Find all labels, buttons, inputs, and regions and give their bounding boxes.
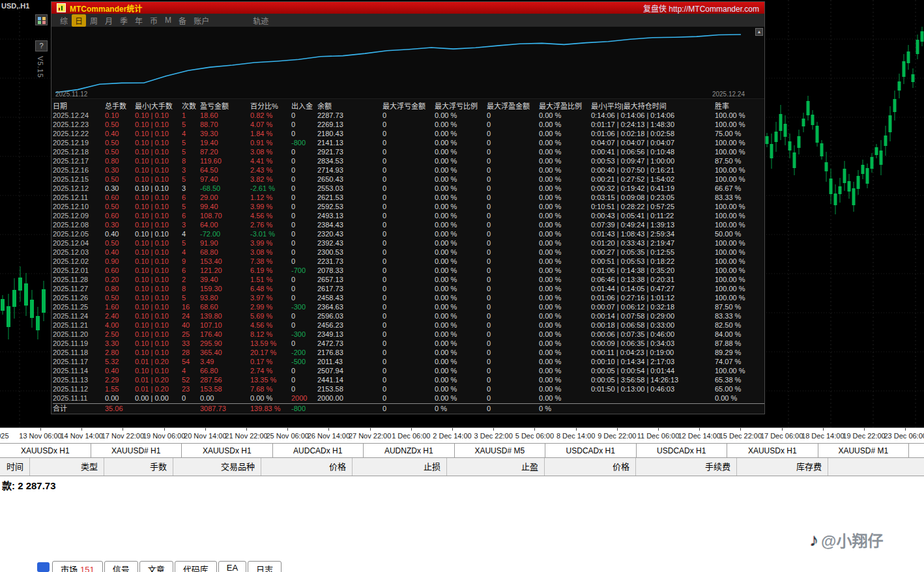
trade-column-8[interactable]: 价格 <box>545 458 636 476</box>
terminal-tab-3[interactable]: 文章 <box>139 561 173 572</box>
chart-tab-1[interactable]: XAUUSDx H1 <box>0 444 91 457</box>
menu-item-1[interactable]: 综 <box>57 14 71 27</box>
brand-link[interactable]: 复盘侠 http://MTCommander.com <box>643 3 759 14</box>
menu-item-6[interactable]: 年 <box>132 14 146 27</box>
cell-max_float_profit: 0 <box>487 357 539 366</box>
table-row[interactable]: 2025.12.180.500.10 | 0.10587.203.08 %029… <box>53 147 764 156</box>
version-label: V5.15 <box>36 56 44 78</box>
table-row[interactable]: 2025.11.260.500.10 | 0.10593.803.97 %024… <box>53 293 764 302</box>
table-row[interactable]: 2025.12.160.300.10 | 0.10364.502.43 %027… <box>53 165 764 175</box>
app-tab-icon[interactable] <box>37 562 50 572</box>
table-row[interactable]: 2025.12.040.500.10 | 0.10591.903.99 %023… <box>53 238 764 248</box>
trade-column-4[interactable]: 交易品种 <box>173 458 261 476</box>
table-row[interactable]: 2025.11.182.800.10 | 0.1028365.4020.17 %… <box>53 348 764 357</box>
table-row[interactable]: 2025.12.050.400.10 | 0.104-72.00-3.01 %0… <box>53 229 764 238</box>
trade-column-6[interactable]: 止损 <box>353 458 447 476</box>
trade-column-7[interactable]: 止盈 <box>447 458 545 476</box>
cell-count: 16 <box>182 302 200 311</box>
trade-column-5[interactable]: 价格 <box>261 458 353 476</box>
chart-tab-2[interactable]: XAUUSD# H1 <box>91 444 182 457</box>
cell-max_float_profit_pct: 0.00 % <box>539 111 591 120</box>
table-row[interactable]: 2025.12.010.600.10 | 0.106121.206.19 %-7… <box>53 266 764 275</box>
cell-pct: 0.82 % <box>250 111 291 120</box>
table-row[interactable]: 2025.12.090.600.10 | 0.106108.704.56 %02… <box>53 211 764 220</box>
table-row[interactable]: 2025.12.030.400.10 | 0.10468.803.08 %023… <box>53 248 764 257</box>
table-row[interactable]: 2025.11.214.000.10 | 0.1040107.104.56 %0… <box>53 321 764 330</box>
table-row[interactable]: 2025.11.110.000.00 | 0.0000.000.00 %2000… <box>53 393 764 403</box>
menu-item-2[interactable]: 日 <box>72 14 86 27</box>
table-row[interactable]: 2025.12.150.500.10 | 0.10597.403.82 %026… <box>53 175 764 184</box>
menu-item-7[interactable]: 币 <box>147 14 161 27</box>
cell-max_float_loss_pct: 0.00 % <box>435 165 487 175</box>
table-row[interactable]: 2025.11.175.320.01 | 0.20543.490.17 %-50… <box>53 357 764 366</box>
menu-item-5[interactable]: 季 <box>117 14 131 27</box>
table-row[interactable]: 2025.12.170.800.10 | 0.108119.604.41 %02… <box>53 156 764 165</box>
time-axis-label: 21 Nov 22:00 <box>225 432 267 440</box>
table-row[interactable]: 2025.12.100.500.10 | 0.10599.403.99 %025… <box>53 202 764 211</box>
table-row[interactable]: 2025.12.190.500.10 | 0.10519.400.91 %-80… <box>53 138 764 147</box>
table-row[interactable]: 2025.11.121.550.01 | 0.2023153.587.68 %0… <box>53 384 764 393</box>
cell-max_float_profit: 0 <box>487 293 539 302</box>
menu-item-4[interactable]: 月 <box>102 14 116 27</box>
cell-balance: 2269.13 <box>317 120 383 129</box>
terminal-tab-5[interactable]: EA <box>218 561 246 572</box>
menu-item-3[interactable]: 周 <box>87 14 101 27</box>
cell-max_float_loss: 0 <box>383 184 435 193</box>
trade-column-3[interactable]: 手数 <box>104 458 173 476</box>
trade-column-10[interactable]: 库存费 <box>737 458 828 476</box>
chart-tab-6[interactable]: XAUUSD# M5 <box>455 444 546 457</box>
time-axis[interactable]: ov 202513 Nov 06:0014 Nov 14:0017 Nov 22… <box>0 427 924 443</box>
chart-tab-11[interactable]: XAUUSDx H1 <box>909 444 924 457</box>
chart-tab-10[interactable]: XAUUSD# M1 <box>818 444 910 457</box>
table-row[interactable]: 2025.12.080.300.10 | 0.10364.002.76 %023… <box>53 220 764 229</box>
panel-titlebar[interactable]: MTCommander统计 复盘侠 http://MTCommander.com <box>51 2 764 14</box>
cell-profit: 176.40 <box>200 330 250 339</box>
chart-tab-3[interactable]: XAUUSDx H1 <box>182 444 273 457</box>
cell-win_rate: 100.00 % <box>715 238 754 248</box>
terminal-tab-1[interactable]: 市场151 <box>52 561 103 572</box>
table-row[interactable]: 2025.11.202.500.10 | 0.1025176.408.12 %-… <box>53 330 764 339</box>
table-row[interactable]: 2025.11.242.400.10 | 0.1024139.805.69 %0… <box>53 311 764 321</box>
trade-column-9[interactable]: 手续费 <box>636 458 737 476</box>
trade-column-1[interactable]: 时间 <box>0 458 30 476</box>
table-row[interactable]: 2025.12.110.600.10 | 0.10629.001.12 %026… <box>53 193 764 202</box>
cell-lots: 1.60 <box>105 302 135 311</box>
table-row[interactable]: 2025.12.230.500.10 | 0.10588.704.07 %022… <box>53 120 764 129</box>
table-row[interactable]: 2025.11.140.400.10 | 0.10466.802.74 %025… <box>53 366 764 375</box>
table-row[interactable]: 2025.11.132.290.01 | 0.2052287.5613.35 %… <box>53 375 764 384</box>
cell-profit: 107.10 <box>200 321 250 330</box>
menu-item-8[interactable]: M <box>162 15 175 25</box>
terminal-tab-2[interactable]: 信号 <box>104 561 138 572</box>
chart-tab-9[interactable]: XAUUSDx H1 <box>727 444 818 457</box>
chart-tab-7[interactable]: USDCADx H1 <box>545 444 637 457</box>
stats-header-cell: 次数 <box>182 102 200 111</box>
terminal-tab-6[interactable]: 日志 <box>248 561 282 572</box>
menu-item-10[interactable]: 账户 <box>190 14 212 27</box>
table-row[interactable]: 2025.12.220.400.10 | 0.10439.301.84 %021… <box>53 129 764 138</box>
scroll-up-button[interactable]: ▲ <box>755 28 763 36</box>
chart-tab-8[interactable]: USDCADx H1 <box>637 444 728 457</box>
table-row[interactable]: 2025.11.251.600.10 | 0.101668.602.99 %-3… <box>53 302 764 311</box>
time-axis-tick <box>81 428 82 431</box>
table-row[interactable]: 2025.12.240.100.10 | 0.10118.600.82 %022… <box>53 111 764 120</box>
table-row[interactable]: 2025.11.270.800.10 | 0.108159.306.48 %02… <box>53 284 764 293</box>
cell-max_float_profit: 0 <box>487 165 539 175</box>
trade-column-2[interactable]: 类型 <box>30 458 104 476</box>
cell-max_float_profit: 0 <box>487 248 539 257</box>
cell-max_float_loss: 0 <box>383 129 435 138</box>
toolbar-chart-button[interactable] <box>35 14 48 25</box>
table-row[interactable]: 2025.12.120.300.10 | 0.103-68.50-2.61 %0… <box>53 184 764 193</box>
table-row[interactable]: 2025.11.280.200.10 | 0.10239.401.51 %026… <box>53 275 764 284</box>
terminal-tab-4[interactable]: 代码库 <box>175 561 217 572</box>
time-axis-tick <box>164 428 165 431</box>
chart-grid-icon <box>42 17 46 20</box>
cell-profit: 93.80 <box>200 293 250 302</box>
table-row[interactable]: 2025.12.020.900.10 | 0.109153.407.38 %02… <box>53 257 764 266</box>
menu-item-9[interactable]: 备 <box>175 14 190 27</box>
help-button[interactable]: ? <box>35 40 48 51</box>
chart-tab-5[interactable]: AUDNZDx H1 <box>364 444 455 457</box>
chart-tab-4[interactable]: AUDCADx H1 <box>273 444 364 457</box>
menu-item-11[interactable]: 轨迹 <box>250 14 272 27</box>
cell-lots: 0.30 <box>105 220 135 229</box>
table-row[interactable]: 2025.11.193.300.10 | 0.1033295.9013.59 %… <box>53 339 764 348</box>
